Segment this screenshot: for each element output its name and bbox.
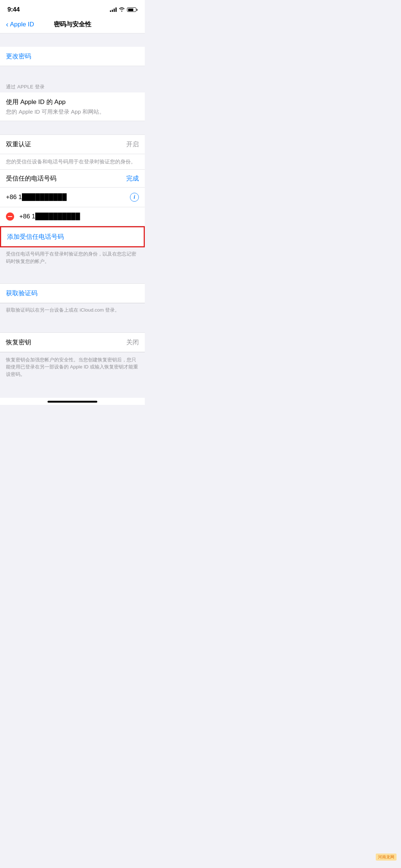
phone-number-1: +86 1██████████ [6, 194, 66, 201]
get-code-section: 获取验证码 [0, 283, 145, 303]
apple-id-app-subtitle: 您的 Apple ID 可用来登录 App 和网站。 [6, 108, 139, 116]
battery-icon [127, 7, 137, 12]
status-icons [110, 7, 137, 13]
section-gap-1 [0, 66, 145, 79]
two-factor-title: 双重认证 [6, 140, 31, 149]
signal-icon [110, 7, 117, 12]
two-factor-row[interactable]: 双重认证 开启 [0, 135, 145, 154]
trusted-phone-label: 受信任的电话号码 [6, 174, 56, 183]
get-code-description: 获取验证码以在另一台设备上或在 iCloud.com 登录。 [0, 303, 145, 319]
section-gap-2 [0, 121, 145, 134]
add-trusted-phone-label: 添加受信任电话号码 [7, 233, 64, 240]
phone-number-2-row: +86 1██████████ [0, 207, 145, 226]
recovery-key-description: 恢复密钥会加强您帐户的安全性。当您创建恢复密钥后，您只能使用已登录在另一部设备的… [0, 352, 145, 383]
page-title: 密码与安全性 [54, 20, 91, 29]
back-button[interactable]: ‹ Apple ID [6, 21, 34, 28]
recovery-key-section: 恢复密钥 关闭 [0, 332, 145, 352]
status-bar: 9:44 [0, 0, 145, 16]
recovery-key-title: 恢复密钥 [6, 338, 31, 347]
recovery-key-status: 关闭 [126, 338, 139, 347]
back-label: Apple ID [10, 21, 34, 28]
trusted-phone-footer: 受信任电话号码用于在登录时验证您的身份，以及在您忘记密码时恢复您的帐户。 [0, 247, 145, 270]
add-phone-highlighted-container: 添加受信任电话号码 [0, 226, 145, 247]
two-factor-section: 双重认证 开启 您的受信任设备和电话号码用于在登录时验证您的身份。 受信任的电话… [0, 134, 145, 247]
info-icon-1[interactable]: i [130, 193, 139, 202]
trusted-phone-done-button[interactable]: 完成 [126, 174, 139, 183]
sign-in-apple-label: 通过 APPLE 登录 [6, 84, 45, 90]
home-indicator [0, 398, 145, 405]
get-code-label: 获取验证码 [6, 290, 38, 297]
section-gap-top [0, 33, 145, 47]
add-trusted-phone-cell[interactable]: 添加受信任电话号码 [1, 227, 144, 246]
two-factor-status: 开启 [126, 140, 139, 149]
get-code-row[interactable]: 获取验证码 [0, 284, 145, 303]
chevron-left-icon: ‹ [6, 20, 9, 28]
navigation-bar: ‹ Apple ID 密码与安全性 [0, 16, 145, 33]
two-factor-description: 您的受信任设备和电话号码用于在登录时验证您的身份。 [0, 154, 145, 170]
sign-in-section-header: 通过 APPLE 登录 [0, 79, 145, 92]
phone-number-2: +86 1██████████ [19, 213, 80, 220]
remove-phone-button[interactable] [6, 212, 14, 221]
apple-id-app-title: 使用 Apple ID 的 App [6, 98, 139, 106]
apple-id-app-cell[interactable]: 使用 Apple ID 的 App 您的 Apple ID 可用来登录 App … [0, 92, 145, 121]
wifi-icon [119, 7, 125, 13]
home-bar [48, 401, 97, 403]
phone-number-1-row[interactable]: +86 1██████████ i [0, 188, 145, 207]
content: 更改密码 通过 APPLE 登录 使用 Apple ID 的 App 您的 Ap… [0, 33, 145, 398]
change-password-cell[interactable]: 更改密码 [0, 47, 145, 66]
minus-icon [8, 216, 12, 217]
status-time: 9:44 [7, 6, 20, 13]
change-password-label: 更改密码 [6, 53, 31, 60]
trusted-phone-header-row: 受信任的电话号码 完成 [0, 170, 145, 188]
recovery-key-row[interactable]: 恢复密钥 关闭 [0, 333, 145, 352]
